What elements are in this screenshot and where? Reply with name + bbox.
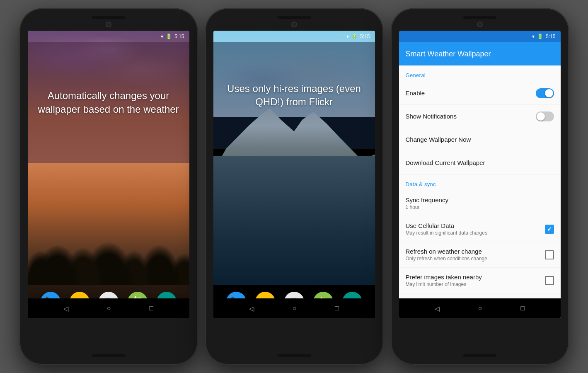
settings-sublabel-sync-freq: 1 hour	[406, 204, 554, 210]
settings-label-notifications: Show Notifications	[406, 113, 536, 120]
recent-btn-3[interactable]: □	[520, 305, 525, 312]
lake-2	[213, 156, 375, 285]
settings-item-cellular[interactable]: Use Cellular Data May result in signific…	[399, 216, 561, 242]
speaker-top-1	[92, 16, 125, 19]
section-header-datasync: Data & sync	[399, 174, 561, 191]
refresh-weather-checkbox[interactable]	[545, 250, 554, 259]
settings-item-refresh-weather-text: Refresh on weather change Only refresh w…	[406, 248, 545, 262]
nav-bar-1: ◁ ○ □	[28, 298, 189, 318]
recent-btn-1[interactable]: □	[149, 305, 153, 312]
speaker-top-3	[463, 16, 496, 19]
settings-item-refresh-weather[interactable]: Refresh on weather change Only refresh w…	[399, 242, 561, 268]
settings-item-sync-freq[interactable]: Sync frequency 1 hour	[399, 191, 561, 216]
settings-label-change-wallpaper: Change Wallpaper Now	[406, 136, 554, 143]
wifi-icon-3: ▾	[532, 34, 535, 39]
settings-label-prefer-nearby: Prefer images taken nearby	[406, 274, 545, 281]
settings-label-refresh-weather: Refresh on weather change	[406, 248, 545, 255]
enable-toggle[interactable]	[536, 88, 554, 98]
status-bar-content-3: ▾ 🔋 5:15	[532, 34, 555, 39]
enable-toggle-thumb	[545, 89, 553, 97]
phone-2: ▾ 🔋 5:15 Uses only hi-res images (even Q…	[205, 8, 383, 365]
recent-btn-2[interactable]: □	[335, 305, 339, 312]
settings-label-cellular: Use Cellular Data	[406, 222, 545, 229]
time-1: 5:15	[174, 34, 184, 39]
settings-item-download-wallpaper-text: Download Current Wallpaper	[406, 159, 554, 166]
settings-item-change-wallpaper[interactable]: Change Wallpaper Now	[399, 128, 561, 151]
camera-2	[291, 22, 297, 27]
home-btn-3[interactable]: ○	[478, 305, 482, 312]
settings-item-notifications-text: Show Notifications	[406, 113, 536, 120]
status-bar-1: ▾ 🔋 5:15	[28, 31, 189, 42]
settings-sublabel-prefer-nearby: May limit number of images	[406, 281, 545, 287]
screen-3: ▾ 🔋 5:15 Smart Weather Wallpaper General…	[399, 31, 561, 318]
settings-item-change-wallpaper-text: Change Wallpaper Now	[406, 136, 554, 143]
settings-sublabel-refresh-weather: Only refresh when conditions change	[406, 256, 545, 262]
wifi-icon-2: ▾	[346, 34, 349, 39]
camera-3	[477, 22, 483, 27]
nav-bar-2: ◁ ○ □	[213, 298, 375, 318]
settings-label-download-wallpaper: Download Current Wallpaper	[406, 159, 554, 166]
back-btn-1[interactable]: ◁	[63, 305, 68, 312]
settings-item-prefer-nearby[interactable]: Prefer images taken nearby May limit num…	[399, 268, 561, 293]
status-bar-2: ▾ 🔋 5:15	[213, 31, 375, 42]
screen-2: ▾ 🔋 5:15 Uses only hi-res images (even Q…	[213, 31, 375, 318]
notifications-toggle-thumb	[537, 112, 545, 121]
battery-icon-3: 🔋	[537, 34, 543, 39]
nav-bar-3: ◁ ○ □	[399, 298, 561, 318]
tree-silhouette-1	[28, 194, 189, 285]
phone-3: ▾ 🔋 5:15 Smart Weather Wallpaper General…	[391, 8, 569, 365]
section-header-general: General	[399, 65, 561, 82]
settings-label-enable: Enable	[406, 90, 536, 97]
time-2: 5:15	[360, 34, 370, 39]
prefer-nearby-checkbox[interactable]	[545, 276, 554, 285]
status-bar-3: ▾ 🔋 5:15	[399, 31, 561, 42]
physical-nav-2	[211, 318, 377, 351]
wallpaper-text-1: Automatically changes your wallpaper bas…	[28, 81, 189, 124]
camera-1	[106, 22, 111, 27]
home-btn-2[interactable]: ○	[293, 305, 297, 312]
speaker-bottom-2	[278, 354, 311, 357]
settings-label-sync-freq: Sync frequency	[406, 196, 554, 203]
settings-content: General Enable Show Notifications	[399, 65, 561, 318]
speaker-bottom-1	[92, 354, 125, 357]
phone-1: ▾ 🔋 5:15 Automatically changes your wall…	[19, 8, 198, 365]
physical-nav-1	[25, 318, 192, 351]
settings-item-sync-freq-text: Sync frequency 1 hour	[406, 196, 554, 210]
settings-item-notifications[interactable]: Show Notifications	[399, 105, 561, 128]
settings-item-enable[interactable]: Enable	[399, 82, 561, 105]
settings-sublabel-cellular: May result in significant data charges	[406, 230, 545, 236]
wallpaper-text-2: Uses only hi-res images (even QHD!) from…	[213, 74, 375, 117]
settings-item-cellular-text: Use Cellular Data May result in signific…	[406, 222, 545, 236]
back-btn-3[interactable]: ◁	[435, 305, 440, 312]
settings-app-title: Smart Weather Wallpaper	[406, 50, 491, 58]
wallpaper-text-overlay-1: Automatically changes your wallpaper bas…	[28, 42, 189, 163]
battery-icon-2: 🔋	[351, 34, 358, 39]
battery-icon-1: 🔋	[166, 34, 172, 39]
physical-nav-3	[397, 318, 563, 351]
notifications-toggle[interactable]	[536, 111, 554, 121]
speaker-bottom-3	[463, 354, 496, 357]
time-3: 5:15	[546, 34, 555, 39]
settings-item-download-wallpaper[interactable]: Download Current Wallpaper	[399, 151, 561, 174]
home-btn-1[interactable]: ○	[107, 305, 111, 312]
settings-toolbar: Smart Weather Wallpaper	[399, 42, 561, 65]
speaker-top-2	[278, 16, 311, 19]
wifi-icon-1: ▾	[161, 34, 163, 39]
settings-item-prefer-nearby-text: Prefer images taken nearby May limit num…	[406, 274, 545, 287]
cellular-checkbox[interactable]	[545, 225, 554, 234]
settings-item-enable-text: Enable	[406, 90, 536, 97]
status-bar-content-2: ▾ 🔋 5:15	[346, 34, 370, 39]
screen-1: ▾ 🔋 5:15 Automatically changes your wall…	[28, 31, 189, 318]
back-btn-2[interactable]: ◁	[249, 305, 254, 312]
status-bar-content-1: ▾ 🔋 5:15	[161, 34, 184, 39]
